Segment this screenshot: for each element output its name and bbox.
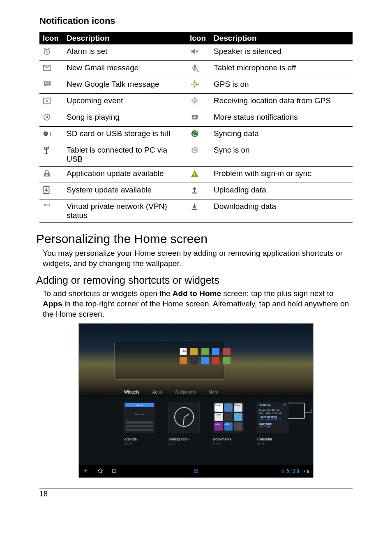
recents-icon[interactable] — [111, 468, 118, 475]
desc-cell: Uploading data — [210, 183, 353, 199]
sync-on-icon — [190, 146, 201, 155]
add-home-tabs: Widgets Apps Wallpapers More — [124, 390, 230, 394]
desc-cell: Syncing data — [210, 127, 353, 143]
svg-rect-28 — [44, 147, 45, 148]
table-row: Alarm is set Speaker is silenced — [39, 44, 353, 61]
desc-cell: Downloading data — [210, 199, 353, 223]
back-icon[interactable] — [83, 468, 90, 475]
bookmark-tile: Yahoo — [214, 422, 223, 431]
home-icon[interactable] — [97, 468, 104, 475]
speaker-muted-icon — [190, 47, 201, 56]
mic-off-icon — [190, 63, 201, 72]
desc-cell: Receiving location data from GPS — [210, 94, 353, 110]
table-row: Application update available Problem wit… — [39, 167, 353, 183]
vpn-icon — [42, 202, 53, 211]
bookmark-tile: Picasa — [234, 403, 242, 412]
desc-cell: Problem with sign-in or sync — [210, 167, 353, 183]
widget-label: Calendar — [257, 437, 272, 441]
svg-point-6 — [194, 84, 196, 85]
desc-cell: New Google Talk message — [63, 77, 187, 94]
usb-connected-icon — [42, 146, 53, 155]
notification-icons-heading: Notification icons — [39, 16, 353, 26]
svg-rect-2 — [194, 65, 196, 69]
widget-size: 2 x 3 — [257, 442, 264, 445]
upload-icon — [190, 185, 201, 195]
music-playing-icon — [42, 113, 53, 122]
table-row: talk New Google Talk message GPS is on — [39, 77, 353, 94]
table-row: New Gmail message Tablet microphone is o… — [39, 61, 353, 77]
gps-on-icon — [190, 80, 201, 89]
widget-bookmarks[interactable]: GooglePicasaGoogleYahooMSN Bookmarks 3 x… — [213, 402, 247, 445]
widget-label: Agenda — [124, 437, 137, 441]
svg-point-30 — [191, 147, 198, 154]
personalizing-heading: Personalizing the Home screen — [36, 232, 353, 246]
table-row: Upcoming event Receiving location data f… — [39, 94, 353, 110]
status-clock: ▫3:28 ▾▮ — [281, 468, 310, 474]
desc-cell: Alarm is set — [63, 44, 187, 61]
system-update-icon — [42, 185, 53, 195]
bookmark-tile: MSN — [224, 422, 233, 431]
table-row: System update available Uploading data — [39, 183, 353, 199]
text: screen: tap the plus sign next to — [221, 289, 334, 298]
bookmark-tile — [224, 403, 233, 412]
app-update-icon — [42, 169, 53, 178]
svg-rect-32 — [194, 176, 195, 176]
desc-cell: SD card or USB storage is full — [63, 127, 187, 143]
warning-icon — [190, 169, 201, 178]
gmail-icon — [42, 63, 53, 72]
gps-receiving-icon — [190, 96, 201, 105]
desc-cell: Application update available — [63, 167, 187, 183]
alarm-icon — [42, 47, 53, 56]
text: To add shortcuts or widgets open the — [43, 289, 173, 298]
desc-cell: Virtual private network (VPN) status — [63, 199, 187, 223]
table-row: Song is playing More status notification… — [39, 110, 353, 127]
svg-point-25 — [191, 130, 198, 137]
table-row: ! SD card or USB storage is full Syncing… — [39, 127, 353, 143]
desc-cell: More status notifications — [210, 110, 353, 127]
svg-point-14 — [194, 100, 196, 102]
widget-analog-clock[interactable]: Analog clock 2 x 2 — [168, 402, 203, 445]
svg-point-29 — [48, 146, 49, 148]
bookmark-tile — [234, 413, 242, 421]
bold-text: Apps — [43, 299, 62, 308]
agenda-header: August — [125, 403, 154, 407]
desc-cell: Speaker is silenced — [210, 44, 353, 61]
widget-label: Analog clock — [168, 437, 189, 441]
svg-text:talk: talk — [45, 82, 49, 85]
desc-cell: GPS is on — [210, 77, 353, 94]
adding-removing-paragraph: To add shortcuts or widgets open the Add… — [43, 289, 349, 319]
tab-widgets[interactable]: Widgets — [124, 390, 140, 394]
tile-date: 28 — [180, 348, 187, 355]
plane-icon: ✈ — [284, 403, 286, 407]
center-target-icon[interactable] — [193, 468, 199, 475]
more-notifications-icon — [190, 113, 201, 122]
bookmark-tile: Google — [214, 403, 223, 412]
storage-full-icon: ! — [42, 129, 53, 138]
desc-cell: System update available — [63, 183, 187, 199]
desc-cell: Sync is on — [210, 143, 353, 167]
agenda-noevents: No events — [125, 413, 155, 415]
system-bar: ▫3:28 ▾▮ — [79, 465, 313, 477]
cal-day-label: Wed — [259, 403, 266, 407]
cal-day-num: 30 — [267, 403, 271, 407]
bookmark-tile — [234, 422, 242, 431]
tab-more[interactable]: More — [209, 390, 219, 394]
calendar-event: Team Meeting1pm - 2pm Room 211 — [259, 415, 286, 421]
calendar-event: Important Event9am - 10am Room 101 — [259, 409, 286, 414]
widget-agenda[interactable]: August No events Agenda 2 x 3 — [124, 402, 159, 445]
tab-apps[interactable]: Apps — [152, 390, 162, 394]
svg-rect-12 — [46, 100, 48, 102]
tab-wallpapers[interactable]: Wallpapers — [175, 390, 196, 394]
svg-point-23 — [45, 133, 46, 134]
add-to-home-screenshot: 28 Widgets Apps Wallpapers More — [78, 323, 314, 478]
desc-cell: Tablet is connected to PC via USB — [63, 143, 187, 167]
bold-text: Add to Home — [173, 289, 221, 298]
svg-text:!: ! — [50, 131, 51, 137]
th-icon-left: Icon — [39, 32, 63, 44]
svg-point-20 — [46, 116, 48, 118]
widget-calendar[interactable]: Wed 30 ✈ Important Event9am - 10am Room … — [257, 402, 292, 445]
bookmark-tile: Google — [214, 413, 223, 421]
svg-rect-41 — [113, 469, 116, 473]
desc-cell: Song is playing — [63, 110, 187, 127]
desc-cell: Upcoming event — [63, 94, 187, 110]
